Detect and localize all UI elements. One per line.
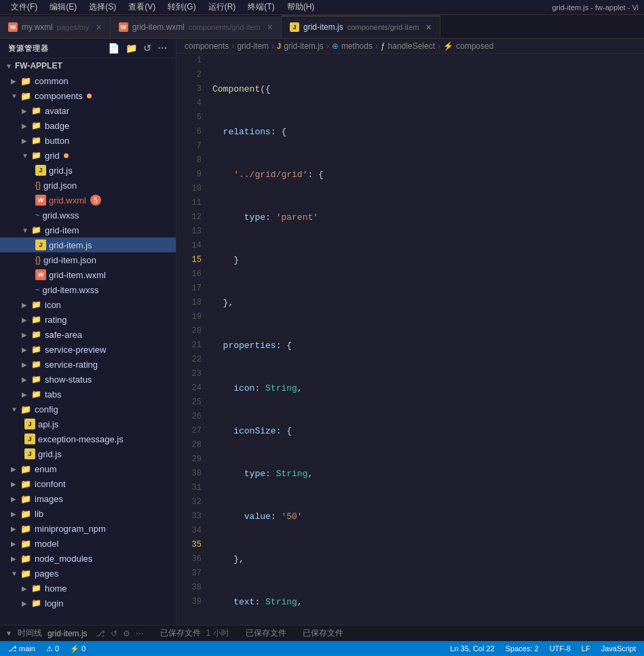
menu-edit[interactable]: 编辑(E) bbox=[44, 0, 82, 14]
code-editor[interactable]: 1 2 3 4 5 6 7 8 9 10 11 12 13 14 15 16 1… bbox=[176, 54, 644, 625]
timeline-refresh-icon[interactable]: ↺ bbox=[111, 629, 117, 638]
tab-my-wxml[interactable]: W my.wxml pages/my × bbox=[0, 16, 111, 38]
crumb-3[interactable]: grid-item.js bbox=[284, 41, 324, 51]
sidebar-item-grid-json[interactable]: {} grid.json bbox=[0, 178, 176, 193]
tab-grid-item-js[interactable]: J grid-item.js components/grid-item × bbox=[282, 16, 440, 38]
ln-22: 22 bbox=[179, 353, 202, 367]
code-line-13: text: String, bbox=[212, 595, 639, 609]
sidebar-item-icon[interactable]: ▶ 📁 icon bbox=[0, 297, 176, 312]
sidebar-item-lib[interactable]: ▶ 📁 lib bbox=[0, 506, 176, 521]
wxml-file-icon-2: W bbox=[35, 269, 46, 280]
sidebar-item-grid-item-js[interactable]: J grid-item.js bbox=[0, 237, 176, 252]
sidebar-item-service-preview[interactable]: ▶ 📁 service-preview bbox=[0, 342, 176, 357]
menu-terminal[interactable]: 终端(T) bbox=[242, 0, 280, 14]
sidebar-item-iconfont[interactable]: ▶ 📁 iconfont bbox=[0, 476, 176, 491]
sidebar-item-service-rating[interactable]: ▶ 📁 service-rating bbox=[0, 357, 176, 372]
sidebar-label-model: model bbox=[35, 539, 58, 549]
timeline-filter-icon[interactable]: ⚙ bbox=[123, 629, 130, 638]
menu-help[interactable]: 帮助(H) bbox=[282, 0, 320, 14]
timeline-arrow[interactable]: ▼ bbox=[5, 630, 12, 637]
tree-root[interactable]: ▼ FW-APPLET bbox=[0, 58, 176, 73]
sidebar-item-grid-item-json[interactable]: {} grid-item.json bbox=[0, 252, 176, 267]
status-lang[interactable]: JavaScript bbox=[601, 644, 636, 653]
menu-goto[interactable]: 转到(G) bbox=[162, 0, 201, 14]
new-folder-icon[interactable]: 📁 bbox=[126, 43, 138, 54]
crumb-1[interactable]: components bbox=[185, 41, 229, 51]
new-file-icon[interactable]: 📄 bbox=[108, 43, 120, 54]
sidebar-label-grid-item-wxml: grid-item.wxml bbox=[49, 270, 106, 280]
code-content[interactable]: Component({ relations: { '../grid/grid':… bbox=[207, 54, 644, 625]
sidebar-item-node-modules[interactable]: ▶ 📁 node_modules bbox=[0, 551, 176, 566]
sidebar-item-miniprogram-npm[interactable]: ▶ 📁 miniprogram_npm bbox=[0, 521, 176, 536]
sidebar-item-show-status[interactable]: ▶ 📁 show-status bbox=[0, 372, 176, 387]
sidebar-label-enum: enum bbox=[35, 464, 57, 474]
sidebar-item-button[interactable]: ▶ 📁 button bbox=[0, 133, 176, 148]
sidebar-item-home[interactable]: ▶ 📁 home bbox=[0, 581, 176, 596]
sidebar-item-grid-item-wxml[interactable]: W grid-item.wxml bbox=[0, 267, 176, 282]
tab-close-1[interactable]: × bbox=[96, 22, 101, 33]
crumb-5[interactable]: handleSelect bbox=[388, 41, 435, 51]
status-errors[interactable]: ⚠ 0 bbox=[46, 644, 59, 653]
arrow-icon: ▶ bbox=[22, 331, 31, 339]
folder-icon: 📁 bbox=[20, 464, 31, 474]
menu-select[interactable]: 选择(S) bbox=[83, 0, 121, 14]
sidebar-item-api-js[interactable]: J api.js bbox=[0, 417, 176, 431]
refresh-icon[interactable]: ↺ bbox=[143, 43, 152, 54]
sidebar-item-avatar[interactable]: ▶ 📁 avatar bbox=[0, 103, 176, 118]
menu-file[interactable]: 文件(F) bbox=[5, 0, 43, 14]
sidebar-item-safe-area[interactable]: ▶ 📁 safe-area bbox=[0, 327, 176, 342]
status-warnings[interactable]: ⚡ 0 bbox=[70, 644, 86, 653]
sidebar-item-grid-wxss[interactable]: ~ grid.wxss bbox=[0, 208, 176, 223]
folder-icon: 📁 bbox=[20, 76, 31, 86]
tab-grid-item-wxml[interactable]: W grid-item.wxml components/grid-item × bbox=[111, 16, 282, 38]
code-line-12: }, bbox=[212, 552, 639, 566]
sidebar-item-tabs[interactable]: ▶ 📁 tabs bbox=[0, 387, 176, 402]
sidebar-item-grid[interactable]: ▼ 📁 grid bbox=[0, 148, 176, 163]
json-file-icon: {} bbox=[35, 180, 41, 190]
sidebar-label-images: images bbox=[35, 494, 63, 504]
sidebar-item-model[interactable]: ▶ 📁 model bbox=[0, 536, 176, 551]
sidebar-item-common[interactable]: ▶ 📁 common bbox=[0, 73, 176, 88]
crumb-6[interactable]: composed bbox=[456, 41, 493, 51]
window-title: grid-item.js - fw-applet - Vi bbox=[552, 3, 639, 12]
folder-icon: 📁 bbox=[20, 494, 31, 504]
timeline-branch-icon[interactable]: ⎇ bbox=[96, 629, 105, 638]
sidebar-item-images[interactable]: ▶ 📁 images bbox=[0, 491, 176, 506]
crumb-2[interactable]: grid-item bbox=[237, 41, 269, 51]
status-right: Ln 35, Col 22 Spaces: 2 UTF-8 LF JavaScr… bbox=[450, 644, 636, 653]
sidebar-item-grid-item-wxss[interactable]: ~ grid-item.wxss bbox=[0, 282, 176, 297]
folder-icon: 📁 bbox=[20, 509, 31, 519]
status-eol[interactable]: LF bbox=[582, 644, 590, 653]
sidebar-item-badge[interactable]: ▶ 📁 badge bbox=[0, 118, 176, 133]
sidebar-item-rating[interactable]: ▶ 📁 rating bbox=[0, 312, 176, 327]
crumb-icon-methods: ⊕ bbox=[332, 41, 339, 51]
status-spaces[interactable]: Spaces: 2 bbox=[506, 644, 539, 653]
status-encoding[interactable]: UTF-8 bbox=[550, 644, 571, 653]
tab-close-3[interactable]: × bbox=[425, 22, 431, 33]
crumb-4[interactable]: methods bbox=[341, 41, 373, 51]
menu-run[interactable]: 运行(R) bbox=[203, 0, 242, 14]
folder-icon: 📁 bbox=[31, 121, 41, 130]
sidebar-label-button: button bbox=[45, 136, 69, 146]
more-icon[interactable]: ⋯ bbox=[157, 43, 168, 54]
ln-24: 24 bbox=[179, 381, 202, 395]
status-line-col[interactable]: Ln 35, Col 22 bbox=[450, 644, 494, 653]
folder-icon: 📁 bbox=[20, 404, 31, 414]
sidebar-item-components[interactable]: ▼ 📁 components bbox=[0, 88, 176, 103]
sidebar-item-pages[interactable]: ▼ 📁 pages bbox=[0, 566, 176, 581]
sidebar-item-grid-wxml[interactable]: W grid.wxml 5 bbox=[0, 193, 176, 208]
sidebar-item-grid-item[interactable]: ▼ 📁 grid-item bbox=[0, 223, 176, 237]
sidebar-item-grid-js[interactable]: J grid.js bbox=[0, 163, 176, 178]
sidebar-label-badge: badge bbox=[45, 121, 69, 131]
sidebar-item-config-grid-js[interactable]: J grid.js bbox=[0, 446, 176, 461]
tab-close-2[interactable]: × bbox=[267, 22, 273, 33]
arrow-icon: ▼ bbox=[11, 92, 20, 100]
folder-icon: 📁 bbox=[20, 568, 31, 579]
sidebar-item-login[interactable]: ▶ 📁 login bbox=[0, 596, 176, 611]
sidebar-item-enum[interactable]: ▶ 📁 enum bbox=[0, 461, 176, 476]
timeline-more-icon[interactable]: ⋯ bbox=[136, 629, 144, 638]
sidebar-item-config[interactable]: ▼ 📁 config bbox=[0, 402, 176, 417]
sidebar-item-exception-js[interactable]: J exception-message.js bbox=[0, 431, 176, 446]
menu-view[interactable]: 查看(V) bbox=[123, 0, 161, 14]
status-branch[interactable]: ⎇ main bbox=[8, 644, 35, 653]
